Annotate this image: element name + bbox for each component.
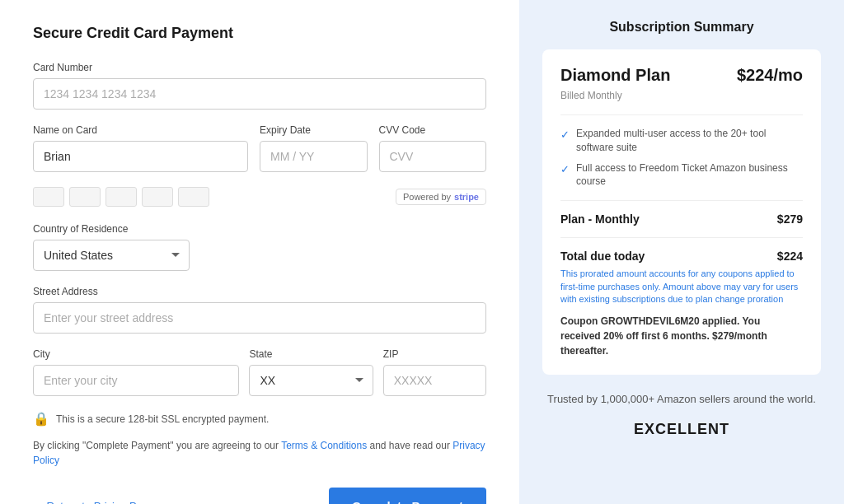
cvv-label: CVV Code (379, 124, 487, 136)
card-number-input[interactable] (33, 78, 486, 110)
excellent-text: EXCELLENT (542, 421, 821, 438)
city-state-zip-row: City State XX ZIP (33, 348, 486, 396)
expiry-label: Expiry Date (260, 124, 368, 136)
amex-icon (106, 187, 137, 207)
feature-text-2: Full access to Freedom Ticket Amazon bus… (576, 161, 803, 189)
zip-input[interactable] (383, 365, 486, 396)
expiry-input[interactable] (260, 141, 368, 172)
feature-item-2: ✓ Full access to Freedom Ticket Amazon b… (560, 161, 803, 189)
feature-item-1: ✓ Expanded multi-user access to the 20+ … (560, 127, 803, 155)
plan-header: Diamond Plan $224/mo (560, 66, 803, 85)
card-number-label: Card Number (33, 62, 486, 73)
coupon-note: Coupon GROWTHDEVIL6M20 applied. You rece… (560, 314, 803, 358)
state-label: State (249, 348, 373, 360)
plan-name: Diamond Plan (560, 66, 670, 85)
terms-before: By clicking "Complete Payment" you are a… (33, 440, 281, 451)
city-field-group: City (33, 348, 239, 396)
country-label: Country of Residence (33, 223, 486, 235)
plan-monthly-row: Plan - Monthly $279 (560, 212, 803, 226)
card-number-group: Card Number (33, 62, 486, 110)
lock-icon: 🔒 (33, 411, 49, 427)
discover-icon (142, 187, 173, 207)
stripe-badge: Powered by stripe (396, 189, 486, 205)
terms-text: By clicking "Complete Payment" you are a… (33, 438, 486, 468)
card-details-row: Name on Card Expiry Date CVV Code (33, 124, 486, 172)
bottom-actions: ← Return to Pricing Page Complete Paymen… (33, 488, 486, 504)
street-label: Street Address (33, 286, 486, 297)
ssl-text: This is a secure 128-bit SSL encrypted p… (56, 413, 269, 425)
check-icon-1: ✓ (560, 128, 570, 142)
prorate-note: This prorated amount accounts for any co… (560, 268, 803, 306)
plan-monthly-price: $279 (777, 212, 803, 226)
name-field-group: Name on Card (33, 124, 248, 172)
expiry-field-group: Expiry Date (260, 124, 368, 172)
generic-card-icon (178, 187, 209, 207)
feature-text-1: Expanded multi-user access to the 20+ to… (576, 127, 803, 155)
state-select[interactable]: XX (249, 365, 373, 396)
return-link[interactable]: ← Return to Pricing Page (33, 500, 154, 504)
street-address-input[interactable] (33, 302, 486, 334)
state-field-group: State XX (249, 348, 373, 396)
cvv-field-group: CVV Code (379, 124, 487, 172)
country-select[interactable]: United States (33, 240, 190, 271)
street-address-group: Street Address (33, 286, 486, 334)
summary-card: Diamond Plan $224/mo Billed Monthly ✓ Ex… (542, 49, 821, 375)
terms-link[interactable]: Terms & Conditions (281, 440, 367, 451)
zip-label: ZIP (383, 348, 486, 360)
stripe-brand-label: stripe (454, 192, 479, 202)
powered-by-label: Powered by (403, 192, 451, 202)
billed-label: Billed Monthly (560, 90, 803, 101)
plan-monthly-label: Plan - Monthly (560, 212, 640, 226)
zip-field-group: ZIP (383, 348, 486, 396)
mastercard-icon (69, 187, 101, 207)
divider-1 (560, 114, 803, 115)
name-on-card-input[interactable] (33, 141, 248, 172)
feature-list: ✓ Expanded multi-user access to the 20+ … (560, 127, 803, 189)
total-row: Total due today $224 (560, 250, 803, 263)
summary-title: Subscription Summary (542, 20, 821, 35)
ssl-notice: 🔒 This is a secure 128-bit SSL encrypted… (33, 411, 486, 427)
page-title: Secure Credit Card Payment (33, 25, 486, 42)
visa-icon (33, 187, 64, 207)
plan-price: $224/mo (737, 66, 803, 85)
country-group: Country of Residence United States (33, 223, 486, 271)
left-panel: Secure Credit Card Payment Card Number N… (0, 0, 519, 504)
terms-middle: and have read our (367, 440, 452, 451)
cvv-input[interactable] (379, 141, 487, 172)
city-label: City (33, 348, 239, 360)
card-icons-row: Powered by stripe (33, 187, 486, 207)
right-panel: Subscription Summary Diamond Plan $224/m… (519, 0, 844, 504)
total-price: $224 (777, 250, 803, 263)
complete-payment-button[interactable]: Complete Payment (329, 488, 486, 504)
divider-3 (560, 237, 803, 238)
total-label: Total due today (560, 250, 645, 263)
name-on-card-label: Name on Card (33, 124, 248, 136)
city-input[interactable] (33, 365, 239, 396)
divider-2 (560, 200, 803, 201)
trusted-text: Trusted by 1,000,000+ Amazon sellers aro… (542, 391, 821, 408)
check-icon-2: ✓ (560, 162, 570, 177)
